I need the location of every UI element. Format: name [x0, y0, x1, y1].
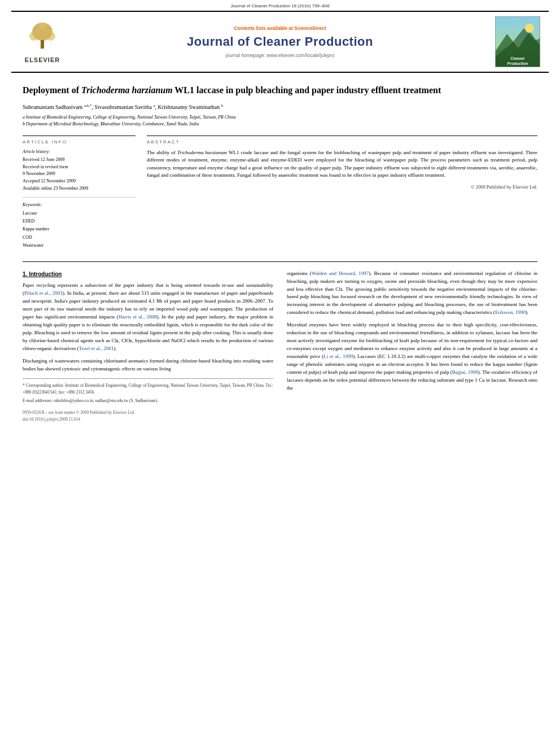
elsevier-text: ELSEVIER — [25, 56, 60, 63]
received-date: Received 12 June 2009 — [23, 156, 135, 164]
journal-header: ELSEVIER Contents lists available at Sci… — [11, 11, 549, 73]
keyword-eded: EDED — [23, 217, 135, 225]
doi-line: doi:10.1016/j.jclepro.2009.11.014 — [23, 416, 273, 423]
abstract-header: ABSTRACT — [147, 139, 537, 145]
badge-background-svg: Cleaner Production — [496, 17, 540, 67]
keyword-laccase: Laccase — [23, 209, 135, 217]
sciencedirect-label: Contents lists available at — [234, 25, 292, 31]
affiliations: a Institute of Biomedical Engineering, C… — [23, 114, 537, 128]
article-info-header: ARTICLE INFO — [23, 139, 135, 145]
intro-paragraph-1: Paper recycling represents a subsection … — [23, 282, 273, 352]
elsevier-logo: ELSEVIER — [17, 20, 68, 63]
svg-rect-1 — [41, 40, 44, 49]
title-part2: WL1 laccase in pulp bleaching and paper … — [173, 85, 441, 95]
abstract-text: The ability of Trichoderma harzianum WL1… — [147, 149, 537, 180]
body-right-column: organisms (Walden and Howard, 1997). Bec… — [287, 270, 537, 423]
affiliation-a: a Institute of Biomedical Engineering, C… — [23, 114, 537, 121]
article-title: Deployment of Trichoderma harzianum WL1 … — [23, 84, 537, 97]
received-revised-date: 9 November 2009 — [23, 171, 135, 178]
section-name: Introduction — [29, 271, 62, 277]
intro-paragraph-2: Discharging of wastewaters containing ch… — [23, 357, 273, 373]
ref-bajpai: Bajpai, 1999 — [452, 369, 478, 375]
received-revised-label: Received in revised form — [23, 164, 135, 171]
journal-ref-text: Journal of Cleaner Production 18 (2010) … — [230, 3, 330, 8]
content-area: Deployment of Trichoderma harzianum WL1 … — [0, 84, 560, 422]
journal-center: Contents lists available at ScienceDirec… — [68, 25, 492, 58]
affiliation-b: b Department of Microbial Biotechnology,… — [23, 121, 537, 128]
ref-walden: Walden and Howard, 1997 — [312, 270, 369, 276]
abstract-body: The ability of Trichoderma harzianum WL1… — [147, 150, 537, 178]
accepted-date: Accepted 12 November 2009 — [23, 178, 135, 185]
article-history: Article history: Received 12 June 2009 R… — [23, 149, 135, 198]
footnote-email: E-mail addresses: rahulshio@yahoo.co.in,… — [23, 397, 273, 404]
body-left-column: 1. Introduction Paper recycling represen… — [23, 270, 273, 423]
section-divider — [23, 261, 537, 262]
sciencedirect-link: ScienceDirect — [294, 25, 326, 31]
ref-li: Li et al., 1999 — [323, 353, 353, 359]
cleaner-production-badge: Cleaner Production — [492, 16, 543, 67]
article-info-panel: ARTICLE INFO Article history: Received 1… — [23, 136, 135, 250]
intro-section-title: 1. Introduction — [23, 270, 273, 279]
ref-pelach: Pèlach et al., 2003 — [24, 290, 63, 296]
right-paragraph-2: Microbial enzymes have been widely emplo… — [287, 321, 537, 392]
journal-title: Journal of Cleaner Production — [68, 34, 492, 49]
issn-line: 0959-6526/$ – see front matter © 2009 Pu… — [23, 409, 273, 416]
journal-reference: Journal of Cleaner Production 18 (2010) … — [0, 0, 560, 11]
svg-point-8 — [525, 24, 534, 33]
svg-point-4 — [39, 23, 46, 29]
history-label: Article history: — [23, 149, 135, 154]
title-part1: Deployment of — [23, 85, 81, 95]
section-number: 1. — [23, 271, 27, 277]
svg-text:Cleaner: Cleaner — [510, 56, 525, 60]
authors-line: Subramaniam Sadhasivam a,b,*, Sivasubram… — [23, 103, 537, 110]
footnote-area: * Corresponding author. Institute of Bio… — [23, 378, 273, 404]
right-paragraph-1: organisms (Walden and Howard, 1997). Bec… — [287, 270, 537, 317]
keyword-wastewater: Wastewater — [23, 242, 135, 250]
keyword-kappa: Kappa number — [23, 225, 135, 233]
body-content: 1. Introduction Paper recycling represen… — [23, 270, 537, 423]
sciencedirect-line: Contents lists available at ScienceDirec… — [68, 25, 492, 31]
abstract-panel: ABSTRACT The ability of Trichoderma harz… — [147, 136, 537, 250]
svg-point-2 — [29, 32, 38, 41]
ref-harris: Harris et al., 2008 — [119, 314, 157, 320]
elsevier-tree-icon — [23, 20, 62, 54]
footnote-corresponding: * Corresponding author. Institute of Bio… — [23, 382, 273, 395]
badge-image: Cleaner Production — [495, 16, 540, 67]
ref-eriksson: Eriksson, 1990 — [495, 309, 526, 315]
keywords-section: Keywords: Laccase EDED Kappa number COD … — [23, 202, 135, 250]
keywords-label: Keywords: — [23, 202, 135, 207]
keyword-cod: COD — [23, 234, 135, 242]
svg-point-3 — [46, 32, 55, 41]
available-date: Available online 23 November 2009 — [23, 185, 135, 193]
svg-text:Production: Production — [508, 62, 528, 65]
article-info-abstract: ARTICLE INFO Article history: Received 1… — [23, 136, 537, 250]
ref-tezel: Tezel et al., 2001 — [79, 346, 114, 351]
copyright-line: © 2009 Published by Elsevier Ltd. — [147, 184, 537, 190]
bottom-info: 0959-6526/$ – see front matter © 2009 Pu… — [23, 409, 273, 422]
title-italic: Trichoderma harzianum — [81, 85, 173, 95]
journal-homepage: journal homepage: www.elsevier.com/locat… — [68, 53, 492, 58]
